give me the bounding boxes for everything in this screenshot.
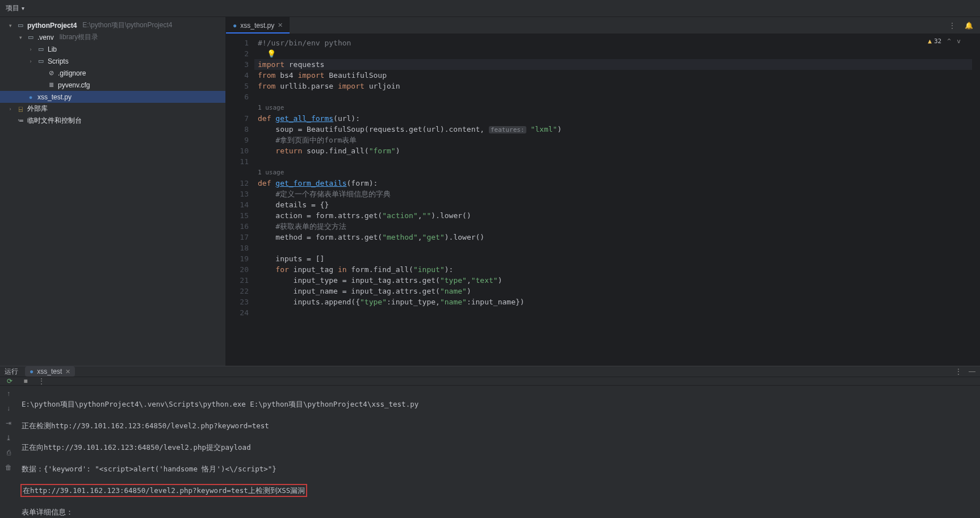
- tree-xss-file[interactable]: ● xss_test.py: [0, 91, 225, 103]
- gutter: 1 2 3 4 5 6 7 8 9 10 11 12 13 14 15 16 1…: [226, 34, 254, 366]
- console-output[interactable]: E:\python项目\pythonProject4\.venv\Scripts…: [17, 386, 980, 518]
- console-line: 正在检测http://39.101.162.123:64850/level2.p…: [22, 420, 975, 431]
- project-label: 项目: [6, 3, 19, 13]
- chevron-right-icon: ›: [7, 106, 14, 112]
- more-icon[interactable]: ⋮: [955, 367, 962, 375]
- tree-scratches[interactable]: ≔ 临时文件和控制台: [0, 115, 225, 127]
- tree-lib[interactable]: › ▭ Lib: [0, 43, 225, 55]
- file-icon: ≣: [47, 81, 56, 89]
- run-body: ↑ ↓ ⇥ ⤓ ⎙ 🗑 E:\python项目\pythonProject4\.…: [0, 386, 980, 518]
- folder-icon: ▭: [36, 57, 45, 65]
- editor-area: ● xss_test.py ✕ ⋮ 🔔 1 2 3 4 5 6 7 8 9 1: [226, 17, 980, 366]
- console-line: E:\python项目\pythonProject4\.venv\Scripts…: [22, 399, 975, 410]
- down-icon[interactable]: ↓: [7, 403, 10, 414]
- tree-hint: library根目录: [60, 32, 99, 42]
- close-icon[interactable]: ✕: [278, 22, 283, 29]
- tree-path: E:\python项目\pythonProject4: [82, 20, 172, 30]
- console-line: 正在向http://39.101.162.123:64850/level2.ph…: [22, 442, 975, 453]
- project-tree: ▾ ▭ pythonProject4 E:\python项目\pythonPro…: [0, 17, 226, 366]
- tree-scripts[interactable]: › ▭ Scripts: [0, 55, 225, 67]
- ignore-icon: ⊘: [47, 69, 56, 77]
- run-tab-name: xss_test: [37, 367, 62, 375]
- up-icon[interactable]: ↑: [7, 388, 10, 399]
- main-split: ▾ ▭ pythonProject4 E:\python项目\pythonPro…: [0, 17, 980, 366]
- run-toolbar: ⟳ ■ ⋮: [0, 377, 980, 386]
- tree-label: .gitignore: [58, 69, 86, 77]
- folder-icon: ▭: [16, 22, 25, 29]
- run-tab-chip[interactable]: ● xss_test ✕: [25, 366, 75, 377]
- console-highlighted: 在http://39.101.162.123:64850/level2.php?…: [22, 485, 306, 496]
- library-icon: ⌸: [16, 106, 25, 112]
- tree-label: 外部库: [27, 104, 48, 114]
- top-bar: 项目 ▾: [0, 0, 980, 17]
- more-icon[interactable]: ⋮: [949, 22, 956, 30]
- rerun-button[interactable]: ⟳: [5, 377, 15, 385]
- scrollbar[interactable]: [972, 34, 980, 366]
- python-icon: ●: [26, 94, 35, 101]
- run-tabs: 运行 ● xss_test ✕ ⋮ —: [0, 366, 980, 377]
- code-editor[interactable]: 1 2 3 4 5 6 7 8 9 10 11 12 13 14 15 16 1…: [226, 34, 980, 366]
- folder-icon: ▭: [26, 34, 35, 41]
- tree-label: .venv: [37, 34, 54, 41]
- tree-label: Scripts: [48, 57, 69, 65]
- code-content[interactable]: ▲ 32 ^ v #!/usr/bin/env python 💡 import …: [254, 34, 972, 366]
- chevron-right-icon: ›: [27, 59, 34, 64]
- tree-label: pyvenv.cfg: [58, 81, 90, 89]
- run-tool-window: 运行 ● xss_test ✕ ⋮ — ⟳ ■ ⋮ ↑ ↓ ⇥ ⤓ ⎙ 🗑 E:…: [0, 366, 980, 518]
- tree-label: xss_test.py: [37, 93, 72, 101]
- tab-bar-actions: ⋮ 🔔: [949, 17, 980, 34]
- python-icon: ●: [233, 22, 237, 30]
- notifications-icon[interactable]: 🔔: [965, 22, 973, 30]
- more-icon[interactable]: ⋮: [36, 377, 47, 385]
- chevron-down-icon: ▾: [22, 5, 24, 11]
- chevron-down-icon: ▾: [7, 23, 14, 28]
- tree-root[interactable]: ▾ ▭ pythonProject4 E:\python项目\pythonPro…: [0, 19, 225, 31]
- print-icon[interactable]: ⎙: [7, 447, 11, 458]
- tree-label: 临时文件和控制台: [27, 116, 82, 126]
- editor-tabs: ● xss_test.py ✕ ⋮ 🔔: [226, 17, 980, 34]
- trash-icon[interactable]: 🗑: [5, 462, 12, 473]
- tab-label: xss_test.py: [240, 22, 274, 30]
- stop-button[interactable]: ■: [20, 377, 31, 385]
- python-icon: ●: [30, 367, 33, 375]
- inspection-badge[interactable]: ▲ 32 ^ v: [928, 37, 962, 45]
- run-label: 运行: [5, 367, 18, 377]
- tree-label: Lib: [48, 45, 57, 53]
- tab-xss-test[interactable]: ● xss_test.py ✕: [226, 17, 290, 34]
- chevron-down-icon: ▾: [17, 35, 24, 40]
- tree-gitignore[interactable]: ⊘ .gitignore: [0, 67, 225, 79]
- console-line: 数据：{'keyword': "<script>alert('handsome …: [22, 463, 975, 474]
- nav-arrows[interactable]: ^ v: [947, 37, 962, 45]
- scratches-icon: ≔: [16, 117, 25, 124]
- console-line: 表单详细信息：: [22, 507, 975, 517]
- folder-icon: ▭: [36, 45, 45, 53]
- warning-icon: ▲: [928, 37, 932, 45]
- tree-pyvenv[interactable]: ≣ pyvenv.cfg: [0, 79, 225, 91]
- tree-label: pythonProject4: [27, 22, 77, 30]
- project-dropdown[interactable]: 项目 ▾: [0, 0, 30, 16]
- minimize-icon[interactable]: —: [969, 367, 975, 375]
- tree-venv[interactable]: ▾ ▭ .venv library根目录: [0, 31, 225, 43]
- tree-external-libs[interactable]: › ⌸ 外部库: [0, 103, 225, 115]
- warning-count: 32: [934, 37, 941, 45]
- chevron-right-icon: ›: [27, 47, 34, 52]
- soft-wrap-icon[interactable]: ⇥: [6, 417, 11, 429]
- close-icon[interactable]: ✕: [65, 368, 70, 375]
- scroll-to-end-icon[interactable]: ⤓: [6, 432, 11, 444]
- console-side-toolbar: ↑ ↓ ⇥ ⤓ ⎙ 🗑: [0, 386, 17, 518]
- bulb-icon[interactable]: 💡: [267, 49, 276, 58]
